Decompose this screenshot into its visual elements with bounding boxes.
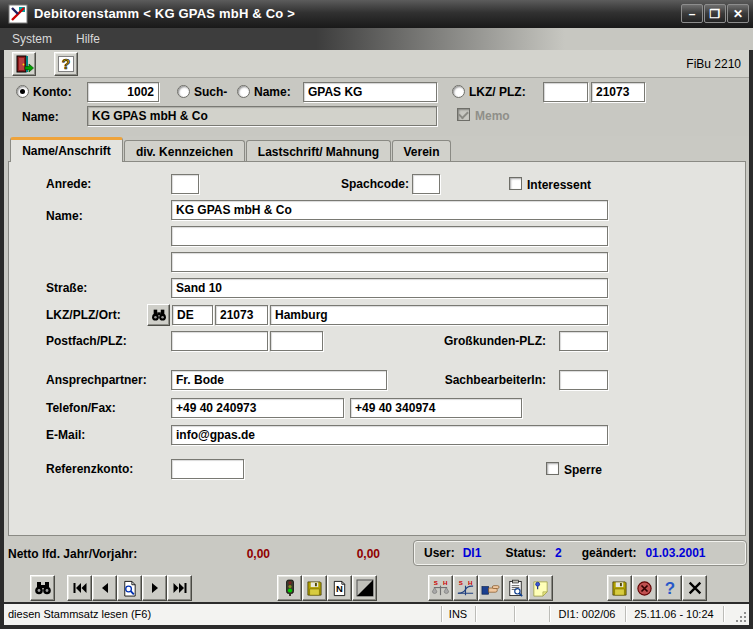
sperre-checkbox[interactable] [546,462,559,475]
interessent-checkbox[interactable] [509,177,522,190]
statusbar-datetime: 25.11.06 - 10:24 [626,608,722,620]
ort-input[interactable] [270,305,608,325]
close-form-button[interactable] [682,575,707,601]
help-button[interactable]: ? [54,52,78,76]
close-button[interactable]: ✕ [727,4,749,23]
email-label: E-Mail: [46,428,85,442]
resize-grip[interactable] [735,611,747,623]
sachbearbeiter-input[interactable] [559,370,608,390]
name-radio[interactable] [237,85,250,98]
grosskunden-plz-input[interactable] [559,331,608,351]
invert-view-icon [356,579,374,597]
memo-note-button[interactable] [528,575,553,601]
plz-search-input[interactable] [591,82,645,102]
maximize-button[interactable]: ❒ [704,4,726,23]
binoculars-icon [151,307,167,323]
memo-note-icon [531,579,550,598]
svg-text:H: H [468,579,473,586]
record-lookup-button[interactable] [117,575,142,601]
exit-button[interactable] [12,52,36,76]
anrede-label: Anrede: [46,177,91,191]
sachbearbeiter-label: SachbearbeiterIn: [409,373,546,387]
save-icon [306,580,323,597]
lkz-input[interactable] [172,305,213,325]
name-line3-input[interactable] [171,252,608,272]
ansprechpartner-input[interactable] [171,370,387,390]
hand-pointer-icon [481,579,500,598]
referenzkonto-input[interactable] [171,459,244,479]
context-help-button[interactable]: ? [657,575,682,601]
cancel-icon [636,580,653,597]
menu-item-hilfe[interactable]: Hilfe [64,32,112,46]
first-record-button[interactable] [67,575,92,601]
name-line1-input[interactable] [171,200,608,220]
such-label: Such- [194,85,227,99]
last-record-button[interactable] [167,575,192,601]
strasse-input[interactable] [171,278,608,298]
postfach-plz-input[interactable] [270,331,323,351]
grosskunden-label: Großkunden-PLZ: [409,334,546,348]
statusbar: diesen Stammsatz lesen (F6) INS DI1: 002… [4,604,749,625]
spachcode-input[interactable] [412,174,440,194]
next-record-button[interactable] [142,575,167,601]
soll-haben-saldo-button[interactable]: S H [428,575,453,601]
tab-lastschrift-mahnung[interactable]: Lastschrift/ Mahnung [246,140,391,162]
user-value: DI1 [463,546,482,560]
previous-record-button[interactable] [92,575,117,601]
application-window: Debitorenstamm < KG GPAS mbH & Co > – ❒ … [0,0,753,629]
soll-haben-verlauf-button[interactable]: S H [453,575,478,601]
new-record-button[interactable]: N [327,575,352,601]
previous-record-icon [97,580,113,596]
svg-text:?: ? [62,56,71,72]
hand-pointer-button[interactable] [478,575,503,601]
status-traffic-light-button[interactable] [277,575,302,601]
tab-name-anschrift[interactable]: Name/Anschrift [10,137,123,162]
name-line2-input[interactable] [171,226,608,246]
status-label: Status: [505,546,546,560]
such-radio[interactable] [177,85,190,98]
first-record-icon [72,580,88,596]
telefon-input[interactable] [171,398,344,418]
audit-preview-button[interactable] [503,575,528,601]
fax-input[interactable] [350,398,522,418]
plz-input[interactable] [215,305,268,325]
lkz-plz-ort-label: LKZ/PLZ/Ort: [46,308,121,322]
konto-input[interactable] [87,82,159,102]
menu-item-system[interactable]: System [0,32,64,46]
status-value: 2 [555,546,562,560]
record-lookup-icon [121,580,138,597]
window-frame-right [749,28,753,629]
geaendert-value: 01.03.2001 [645,546,705,560]
email-input[interactable] [171,425,608,445]
konto-radio[interactable] [16,85,29,98]
titlebar[interactable]: Debitorenstamm < KG GPAS mbH & Co > – ❒ … [0,0,753,28]
postfach-input[interactable] [171,331,268,351]
svg-text:S: S [459,579,463,586]
ort-lookup-button[interactable] [147,304,170,326]
window-frame-bottom [0,625,753,629]
ansprechpartner-label: Ansprechpartner: [46,373,147,387]
tab-div-kennzeichen[interactable]: div. Kennzeichen [124,140,245,162]
save-button[interactable] [302,575,327,601]
postfach-label: Postfach/PLZ: [46,334,127,348]
name-anschrift-panel: Anrede: Spachcode: Interessent Name: Str… [8,161,746,536]
anrede-input[interactable] [171,174,199,194]
save-icon [611,580,628,597]
svg-text:?: ? [664,579,674,597]
find-button[interactable] [30,575,55,601]
konto-label: Konto: [33,85,72,99]
fibu-version-label: FiBu 2210 [686,57,741,71]
svg-text:N: N [336,583,343,594]
lkz-search-input[interactable] [543,82,588,102]
lkz-plz-radio[interactable] [452,85,465,98]
minimize-button[interactable]: – [681,4,703,23]
invert-view-button[interactable] [352,575,377,601]
save-record-button[interactable] [607,575,632,601]
netto-previous-value: 0,00 [310,547,380,561]
new-record-icon: N [331,580,348,597]
name-search-input[interactable] [303,82,437,102]
app-icon [8,4,28,24]
telefon-fax-label: Telefon/Fax: [46,401,116,415]
tab-verein[interactable]: Verein [392,140,451,162]
cancel-button[interactable] [632,575,657,601]
